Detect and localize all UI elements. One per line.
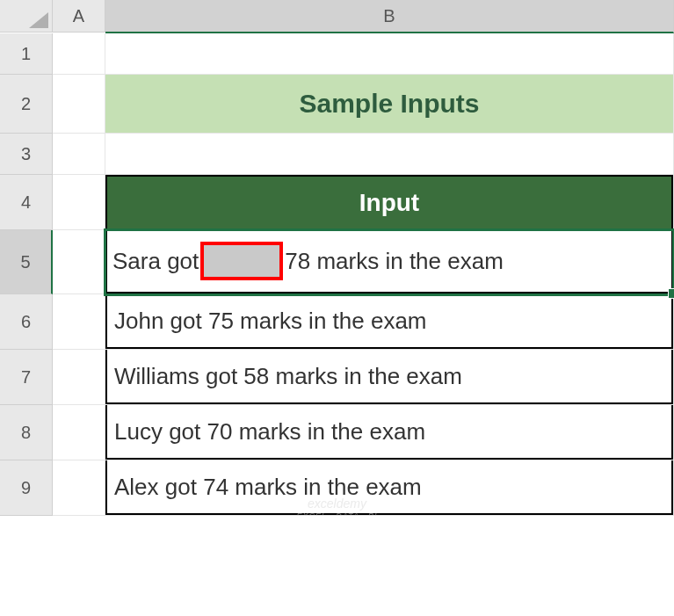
row-header-9[interactable]: 9 <box>0 460 53 516</box>
title-band: Sample Inputs <box>105 75 673 133</box>
col-header-a[interactable]: A <box>53 0 105 33</box>
cell-b6[interactable]: John got 75 marks in the exam <box>105 294 674 350</box>
table-header: Input <box>105 175 673 229</box>
cell-b7[interactable]: Williams got 58 marks in the exam <box>105 350 674 405</box>
col-header-b[interactable]: B <box>105 0 674 33</box>
cell-a9[interactable] <box>53 460 105 516</box>
cell-a8[interactable] <box>53 405 105 460</box>
cell-a5[interactable] <box>53 230 105 294</box>
cell-a1[interactable] <box>53 33 105 75</box>
row-header-8[interactable]: 8 <box>0 405 53 460</box>
table-row: John got 75 marks in the exam <box>105 294 673 349</box>
cell-a7[interactable] <box>53 350 105 405</box>
row-header-5[interactable]: 5 <box>0 230 53 294</box>
b5-content: Sara got 78 marks in the exam <box>105 230 673 294</box>
row-header-1[interactable]: 1 <box>0 33 53 75</box>
cell-b8[interactable]: Lucy got 70 marks in the exam <box>105 405 674 460</box>
select-all-corner[interactable] <box>0 0 53 33</box>
cell-b5[interactable]: Sara got 78 marks in the exam <box>105 230 674 294</box>
spreadsheet-grid: A B 1 2 Sample Inputs 3 4 Input 5 Sara g… <box>0 0 674 516</box>
table-row: Williams got 58 marks in the exam <box>105 350 673 404</box>
cell-b4[interactable]: Input <box>105 175 674 230</box>
cell-a3[interactable] <box>53 134 105 175</box>
row-header-2[interactable]: 2 <box>0 75 53 134</box>
b5-text-after: 78 marks in the exam <box>285 248 504 275</box>
cell-a6[interactable] <box>53 294 105 350</box>
cell-a4[interactable] <box>53 175 105 230</box>
cell-b2[interactable]: Sample Inputs <box>105 75 674 134</box>
fill-handle[interactable] <box>668 288 674 299</box>
cell-b3[interactable] <box>105 134 674 175</box>
text-selection-highlight <box>200 242 283 280</box>
table-row: Lucy got 70 marks in the exam <box>105 405 673 460</box>
cell-b9[interactable]: Alex got 74 marks in the exam <box>105 460 674 516</box>
table-row: Alex got 74 marks in the exam <box>105 460 673 515</box>
row-header-3[interactable]: 3 <box>0 134 53 175</box>
row-header-7[interactable]: 7 <box>0 350 53 405</box>
row-header-6[interactable]: 6 <box>0 294 53 350</box>
b5-text-before: Sara got <box>112 248 199 275</box>
row-header-4[interactable]: 4 <box>0 175 53 230</box>
cell-b1[interactable] <box>105 33 674 75</box>
cell-a2[interactable] <box>53 75 105 134</box>
